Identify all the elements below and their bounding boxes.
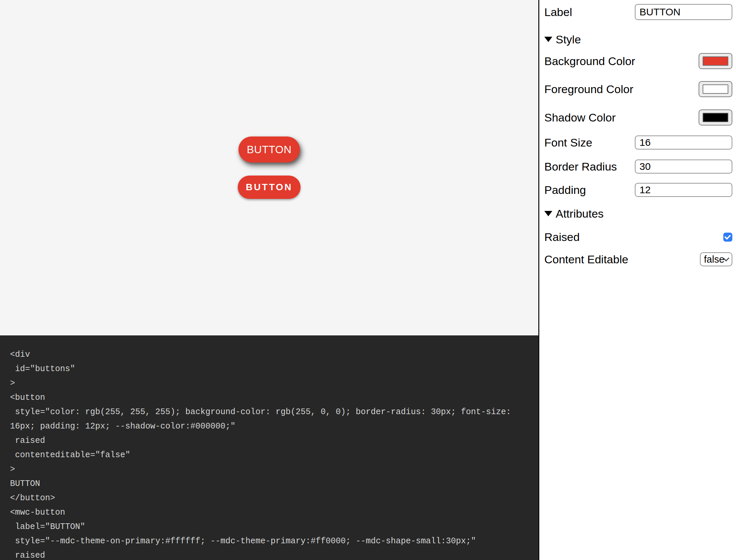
attributes-section-header[interactable]: Attributes (544, 206, 604, 221)
font-size-label: Font Size (544, 136, 592, 149)
background-color-picker[interactable] (699, 53, 732, 69)
disclosure-triangle-icon (544, 211, 552, 216)
background-color-label: Background Color (544, 55, 635, 68)
foreground-color-row: Foreground Color (544, 81, 732, 97)
style-section-header[interactable]: Style (544, 32, 581, 47)
padding-row: Padding (544, 183, 732, 197)
content-editable-label: Content Editable (544, 253, 628, 266)
inspector-sidebar: Label Style Background Color Foreground … (539, 0, 736, 560)
label-property-row: Label (544, 4, 732, 20)
shadow-color-picker[interactable] (699, 109, 732, 125)
style-section-title: Style (556, 33, 581, 46)
editor-left-column: BUTTON BUTTON <div id="buttons" > <butto… (0, 0, 538, 560)
border-radius-input[interactable] (635, 160, 732, 174)
foreground-color-picker[interactable] (699, 81, 732, 97)
buttons-container: BUTTON BUTTON (238, 136, 301, 199)
checkmark-icon (724, 233, 731, 240)
content-editable-select[interactable]: false (700, 252, 732, 266)
padding-input[interactable] (635, 183, 732, 197)
attributes-section-title: Attributes (556, 207, 604, 220)
padding-label: Padding (544, 184, 586, 197)
border-radius-label: Border Radius (544, 160, 617, 173)
preview-button-mwc[interactable]: BUTTON (238, 176, 301, 199)
background-color-row: Background Color (544, 53, 732, 69)
generated-code-text: <div id="buttons" > <button style="color… (10, 347, 528, 560)
label-field-label: Label (544, 6, 572, 19)
shadow-color-row: Shadow Color (544, 109, 732, 125)
foreground-color-chip (703, 84, 728, 94)
foreground-color-label: Foreground Color (544, 83, 633, 96)
font-size-input[interactable] (635, 135, 732, 150)
font-size-row: Font Size (544, 135, 732, 150)
shadow-color-label: Shadow Color (544, 111, 616, 124)
border-radius-row: Border Radius (544, 160, 732, 174)
content-editable-row: Content Editable false (544, 252, 732, 266)
content-editable-value: false (704, 254, 724, 265)
shadow-color-chip (703, 113, 728, 122)
label-input[interactable] (635, 4, 732, 20)
raised-row: Raised (544, 232, 732, 242)
preview-canvas: BUTTON BUTTON (0, 0, 538, 335)
raised-label: Raised (544, 231, 580, 244)
disclosure-triangle-icon (544, 37, 552, 42)
code-panel: <div id="buttons" > <button style="color… (0, 335, 538, 560)
raised-checkbox[interactable] (723, 233, 732, 242)
background-color-chip (703, 56, 728, 66)
preview-button-native[interactable]: BUTTON (238, 136, 300, 163)
